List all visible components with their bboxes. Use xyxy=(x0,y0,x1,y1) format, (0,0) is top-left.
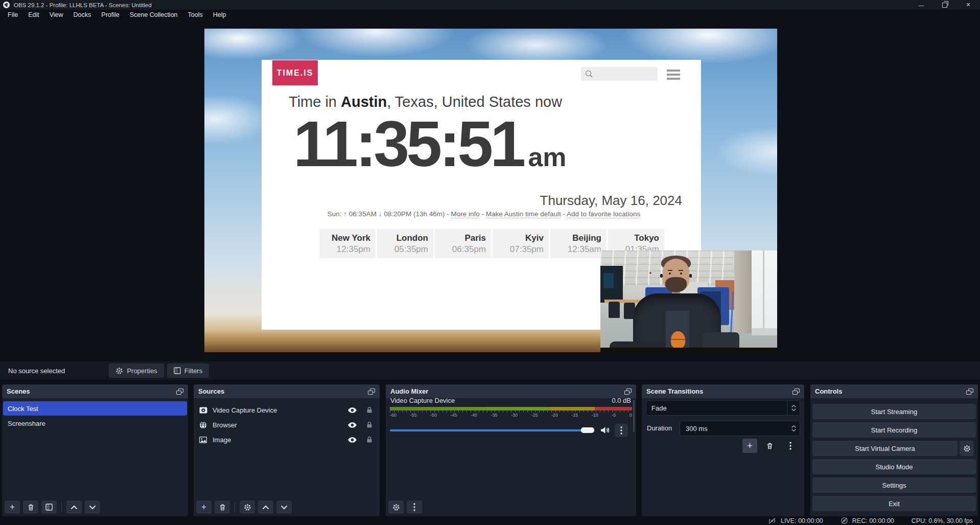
close-button[interactable]: ✕ xyxy=(956,0,980,10)
speaker-icon[interactable] xyxy=(600,426,610,435)
scrollbar[interactable] xyxy=(633,400,635,432)
stream-inactive-icon xyxy=(767,517,777,524)
virtual-camera-settings-button[interactable] xyxy=(960,441,974,456)
rec-status: REC: 00:00:00 xyxy=(841,517,894,524)
window-title: OBS 29.1.2 - Profile: LLHLS BETA - Scene… xyxy=(14,2,152,8)
chevron-down-icon xyxy=(791,429,796,431)
minimize-button[interactable]: — xyxy=(909,0,933,10)
source-context-bar: No source selected Properties Filters xyxy=(0,361,980,380)
add-favorite-link: Add to favorite locations xyxy=(567,210,640,218)
scene-transitions-panel: Scene Transitions Fade Duration 300 ms + xyxy=(642,384,804,516)
more-info-link: More info xyxy=(451,210,479,218)
chevron-down-icon xyxy=(281,505,288,510)
remove-scene-button[interactable] xyxy=(23,500,38,514)
duration-spinbox[interactable]: 300 ms xyxy=(680,421,800,436)
menu-scene-collection[interactable]: Scene Collection xyxy=(125,10,183,20)
filters-icon xyxy=(174,367,181,374)
add-scene-button[interactable]: + xyxy=(5,500,20,514)
source-item-browser[interactable]: Browser xyxy=(195,418,379,432)
visibility-eye-icon[interactable] xyxy=(347,407,357,414)
lock-icon[interactable] xyxy=(366,406,372,414)
add-transition-button[interactable]: + xyxy=(742,439,757,453)
chevron-down-icon xyxy=(89,505,96,510)
source-item-image[interactable]: Image xyxy=(195,432,379,447)
restore-button[interactable] xyxy=(933,0,956,10)
gear-icon xyxy=(244,504,251,511)
mixer-channel-menu-button[interactable] xyxy=(615,424,628,437)
mixer-toolbar xyxy=(386,498,636,516)
volume-meter xyxy=(390,407,632,410)
obs-window: OBS 29.1.2 - Profile: LLHLS BETA - Scene… xyxy=(0,0,980,525)
settings-button[interactable]: Settings xyxy=(812,477,976,493)
mixer-settings-button[interactable] xyxy=(388,500,404,514)
scene-transitions-header[interactable]: Scene Transitions xyxy=(642,384,804,398)
chevron-up-icon xyxy=(71,505,78,510)
transition-menu-button[interactable] xyxy=(783,439,798,453)
lock-icon[interactable] xyxy=(366,436,372,443)
obs-logo-icon xyxy=(3,2,10,8)
start-virtual-camera-button[interactable]: Start Virtual Camera xyxy=(812,441,958,456)
make-default-link: Make Austin time default xyxy=(486,210,561,218)
source-item-video-capture[interactable]: Video Capture Device xyxy=(195,403,379,417)
popout-icon[interactable] xyxy=(624,389,632,395)
globe-icon xyxy=(199,421,208,429)
exit-button[interactable]: Exit xyxy=(812,496,976,511)
move-source-down-button[interactable] xyxy=(276,500,292,514)
properties-button[interactable]: Properties xyxy=(109,363,164,378)
filters-icon xyxy=(45,504,53,511)
menu-edit[interactable]: Edit xyxy=(23,10,44,20)
source-properties-button[interactable] xyxy=(240,500,255,514)
volume-slider-track[interactable] xyxy=(390,429,585,431)
studio-mode-button[interactable]: Studio Mode xyxy=(812,459,976,474)
filters-button[interactable]: Filters xyxy=(167,363,209,378)
visibility-eye-icon[interactable] xyxy=(347,422,357,428)
menu-file[interactable]: File xyxy=(3,10,23,20)
chevron-up-icon xyxy=(791,425,796,428)
preview-canvas[interactable]: TIME.IS Time in Austin, Texas, United St… xyxy=(0,20,980,361)
city-box-beijing: Beijing 12:35am xyxy=(550,229,606,258)
move-source-up-button[interactable] xyxy=(258,500,273,514)
popout-icon[interactable] xyxy=(792,389,800,395)
record-inactive-icon xyxy=(841,517,848,524)
title-bar: OBS 29.1.2 - Profile: LLHLS BETA - Scene… xyxy=(0,0,980,10)
menu-help[interactable]: Help xyxy=(208,10,231,20)
scenes-panel-header[interactable]: Scenes xyxy=(2,384,188,398)
remove-transition-button[interactable] xyxy=(762,439,777,453)
scene-item-clock-test[interactable]: Clock Test xyxy=(3,401,187,416)
popout-icon[interactable] xyxy=(966,389,973,395)
vertical-dots-icon xyxy=(620,426,622,435)
popout-icon[interactable] xyxy=(368,389,375,395)
city-box-london: London 05:35pm xyxy=(377,229,433,258)
scene-item-screenshare[interactable]: Screenshare xyxy=(3,416,187,430)
sources-panel-header[interactable]: Sources xyxy=(194,384,380,398)
transition-select[interactable]: Fade xyxy=(646,400,800,416)
lock-icon[interactable] xyxy=(366,421,372,428)
move-scene-down-button[interactable] xyxy=(85,500,100,514)
menu-profile[interactable]: Profile xyxy=(96,10,124,20)
menu-docks[interactable]: Docks xyxy=(68,10,97,20)
start-recording-button[interactable]: Start Recording xyxy=(812,422,976,438)
status-bar: LIVE: 00:00:00 REC: 00:00:00 CPU: 0.6%, … xyxy=(0,516,980,525)
menu-view[interactable]: View xyxy=(44,10,68,20)
sources-title: Sources xyxy=(198,387,224,395)
visibility-eye-icon[interactable] xyxy=(347,437,357,443)
mixer-db-value: 0.0 dB xyxy=(612,397,631,404)
controls-header[interactable]: Controls xyxy=(810,384,978,398)
sun-times: Sun: ↑ 06:35AM ↓ 08:20PM (13h 46m) xyxy=(328,210,445,218)
remove-source-button[interactable] xyxy=(215,500,230,514)
menu-tools[interactable]: Tools xyxy=(183,10,208,20)
gear-icon xyxy=(115,367,123,375)
audio-mixer-header[interactable]: Audio Mixer xyxy=(386,384,636,398)
volume-slider-handle[interactable] xyxy=(581,427,594,433)
spin-arrows[interactable] xyxy=(787,421,800,436)
city-box-paris: Paris 06:35pm xyxy=(435,229,491,258)
controls-panel: Controls Start Streaming Start Recording… xyxy=(810,384,978,516)
move-scene-up-button[interactable] xyxy=(66,500,82,514)
scene-filters-button[interactable] xyxy=(41,500,57,514)
popout-icon[interactable] xyxy=(176,389,183,395)
search-icon xyxy=(585,70,594,79)
add-source-button[interactable]: + xyxy=(196,500,212,514)
toolbar-divider xyxy=(235,502,235,512)
mixer-menu-button[interactable] xyxy=(407,500,422,514)
start-streaming-button[interactable]: Start Streaming xyxy=(812,404,976,419)
